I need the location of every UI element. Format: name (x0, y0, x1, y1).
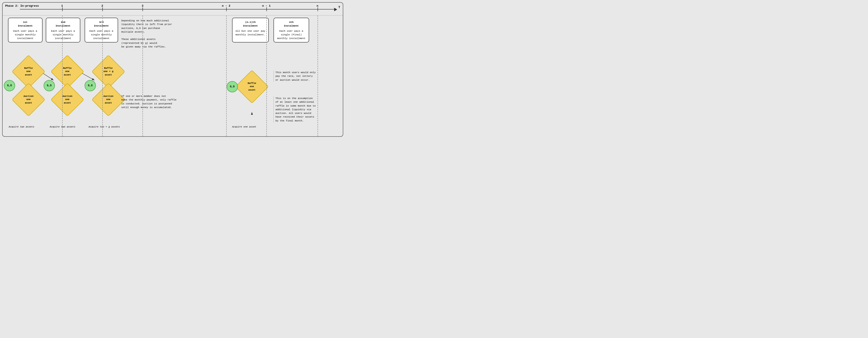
tick-label-1: 1 (61, 4, 63, 7)
instalment-box-n: nthInstalment Each user pays asingle (Fi… (274, 18, 309, 42)
tick-label-3: 3 (142, 4, 144, 7)
auction3-label: Auctiononeasset (99, 95, 118, 105)
raffle2-label: Raffleoneasset (58, 67, 76, 76)
instalment-box-n1: (n-1)thInstalment All but one user paymo… (232, 18, 269, 42)
instn-body: Each user pays asingle (Final)monthly in… (277, 29, 306, 40)
gon1-circle: G,O (227, 81, 238, 92)
annotation-rateonly: This month users would only pay the rate… (274, 71, 336, 82)
vline-1 (62, 15, 63, 136)
acquire-label-3: Acquire two + g assets (89, 126, 120, 128)
main-container: Phase 2: In-progress T 123n - 2n - 1n (2, 2, 343, 137)
tick-label-n - 2: n - 2 (222, 4, 230, 7)
tick-2 (102, 7, 103, 11)
timeline-t-label: T (339, 6, 340, 9)
inst1-body: Each user pays asingle monthlyinstallmen… (11, 29, 39, 40)
tick-n - 2 (226, 7, 227, 11)
auction1-diamond: Auctiononeasset (17, 88, 40, 111)
auction1-label: Auctiononeasset (20, 95, 38, 105)
vline-n - 1 (267, 15, 267, 136)
content-area: 1stInstalment Each user pays asingle mon… (3, 15, 343, 136)
go3-circle: G,O (85, 80, 96, 91)
go2-circle: G,O (43, 80, 55, 91)
instn1-title: (n-1)thInstalment (235, 20, 266, 28)
tick-label-n - 1: n - 1 (262, 4, 271, 7)
inst2-body: Each user pays asingle monthlyinstallmen… (49, 29, 77, 40)
instalment-box-2: 2ndInstalment Each user pays asingle mon… (46, 18, 80, 42)
raffle1-diamond: Raffleoneasset (17, 60, 40, 83)
phase-label: Phase 2: In-progress (5, 4, 39, 7)
tick-label-2: 2 (101, 4, 103, 7)
tick-1 (62, 7, 63, 11)
instn-title: nthInstalment (277, 20, 306, 28)
inst1-title: 1stInstalment (11, 20, 39, 28)
inst3-title: 3rdInstalment (88, 20, 115, 28)
acquire-label-n1: Acquire one asset (232, 126, 256, 128)
instalment-box-1: 1stInstalment Each user pays asingle mon… (8, 18, 42, 42)
tick-n (317, 7, 318, 11)
vline-n - 2 (226, 15, 227, 136)
raffle1-label: Raffleoneasset (20, 67, 38, 76)
annotation-liquidity: Depending on how much additional liquidi… (121, 19, 221, 48)
rafflen1-diamond: Raffleoneasset (240, 75, 264, 99)
inst3-body: Each user pays asingle monthlyinstallmen… (88, 29, 115, 40)
inst2-title: 2ndInstalment (49, 20, 77, 28)
raffle3-diamond: Raffleone + gasset (96, 60, 120, 83)
instalment-box-3: 3rdInstalment Each user pays asingle mon… (85, 18, 118, 42)
auction2-label: Auctiononeasset (58, 95, 76, 105)
annotation-assumption: This is on the assumption of at least on… (274, 96, 337, 123)
acquire-label-1: Acquire two assets (9, 126, 34, 128)
timeline-line (20, 9, 336, 9)
vline-2 (102, 15, 103, 136)
rafflen1-label: Raffleoneasset (243, 82, 261, 92)
annotation-nonpayment: If one or more member does not make the … (121, 94, 221, 109)
instn1-body: All but one user paymonthly installment. (235, 29, 266, 37)
go1-circle: G,O (4, 80, 15, 91)
auction2-diamond: Auctiononeasset (56, 88, 79, 111)
raffle2-diamond: Raffleoneasset (56, 60, 79, 83)
auction3-diamond: Auctiononeasset (96, 88, 120, 111)
tick-n - 1 (267, 7, 267, 11)
vline-n (317, 15, 318, 136)
tick-label-n: n (317, 4, 318, 7)
raffle3-label: Raffleone + gasset (99, 67, 118, 76)
timeline-header: Phase 2: In-progress T 123n - 2n - 1n (3, 3, 343, 15)
vline-3 (143, 15, 143, 136)
tick-3 (143, 7, 143, 11)
timeline-arrow (334, 8, 337, 11)
